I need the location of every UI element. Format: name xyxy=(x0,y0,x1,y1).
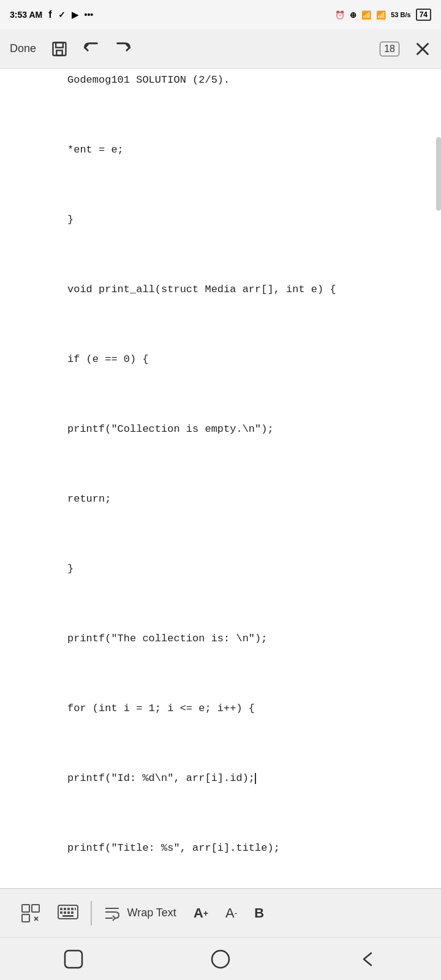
code-line-empty xyxy=(0,232,441,255)
code-line-empty xyxy=(0,185,441,208)
font-decrease-label: A xyxy=(225,905,235,921)
code-line-19: for (int i = 1; i <= e; i++) { xyxy=(0,697,441,720)
code-line-empty xyxy=(0,744,441,767)
signal-icon: 📶 xyxy=(376,10,386,20)
svg-rect-18 xyxy=(62,915,74,917)
code-line-empty xyxy=(0,464,441,488)
code-line-empty xyxy=(0,325,441,348)
bold-button[interactable]: B xyxy=(246,905,273,921)
code-line-empty xyxy=(0,674,441,697)
code-line-empty xyxy=(0,720,441,744)
code-line-23: printf("Title: %s", arr[i].title); xyxy=(0,837,441,860)
status-bar: 3:53 AM f ✓ ▶ ••• ⏰ ⊕ 📶 📶 53 B/s 74 xyxy=(0,0,441,29)
time: 3:53 AM xyxy=(10,10,42,20)
svg-rect-7 xyxy=(22,914,29,922)
bold-label: B xyxy=(254,905,264,921)
svg-rect-5 xyxy=(22,905,29,912)
svg-rect-15 xyxy=(64,911,66,914)
code-line-empty xyxy=(0,790,441,813)
code-line-empty xyxy=(0,860,441,883)
recents-button[interactable] xyxy=(349,941,386,978)
code-line-empty xyxy=(0,371,441,394)
checkmark-icon: ✓ xyxy=(58,10,66,20)
font-increase-button[interactable]: A+ xyxy=(185,905,217,921)
code-line-1: Godemog101 SOLUTION (2/5). xyxy=(0,69,441,92)
svg-rect-2 xyxy=(56,50,62,55)
status-left: 3:53 AM f ✓ ▶ ••• xyxy=(10,9,93,20)
code-line-5: } xyxy=(0,208,441,232)
done-button[interactable]: Done xyxy=(10,42,36,55)
editor-toolbar: Done 18 xyxy=(0,29,441,69)
undo-button[interactable] xyxy=(83,40,100,58)
svg-rect-16 xyxy=(67,911,70,914)
code-line-11: printf("Collection is empty.\n"); xyxy=(0,418,441,441)
battery-indicator: 74 xyxy=(416,9,431,21)
svg-rect-1 xyxy=(56,42,63,47)
wifi-icon: 📶 xyxy=(361,10,371,20)
alarm-icon: ⏰ xyxy=(335,10,345,20)
code-line-empty xyxy=(0,511,441,534)
svg-rect-22 xyxy=(65,951,82,968)
facebook-icon: f xyxy=(48,9,51,20)
code-line-3: *ent = e; xyxy=(0,138,441,162)
text-cursor xyxy=(255,773,256,784)
svg-rect-11 xyxy=(67,908,70,910)
code-line-empty xyxy=(0,92,441,115)
close-button[interactable] xyxy=(414,40,431,58)
svg-rect-14 xyxy=(60,911,62,914)
save-button[interactable] xyxy=(51,40,68,58)
home-button[interactable] xyxy=(55,941,92,978)
scroll-indicator xyxy=(436,137,441,211)
wrap-text-label: Wrap Text xyxy=(127,907,176,919)
svg-point-23 xyxy=(212,951,229,968)
code-line-15: } xyxy=(0,557,441,581)
code-line-empty xyxy=(0,115,441,138)
code-line-empty xyxy=(0,813,441,837)
code-line-empty xyxy=(0,441,441,464)
back-button[interactable] xyxy=(202,941,239,978)
plus-circle-icon: ⊕ xyxy=(350,10,356,20)
code-line-empty xyxy=(0,581,441,604)
code-line-21: printf("Id: %d\n", arr[i].id); xyxy=(0,767,441,790)
code-line-empty xyxy=(0,604,441,627)
keyboard-button[interactable] xyxy=(49,895,87,932)
svg-rect-9 xyxy=(60,908,62,910)
svg-rect-10 xyxy=(64,908,66,910)
code-line-empty xyxy=(0,650,441,674)
page-count: 18 xyxy=(380,42,399,56)
code-line-empty xyxy=(0,162,441,185)
snippet-button[interactable] xyxy=(12,895,49,932)
play-icon: ▶ xyxy=(72,10,78,20)
redo-button[interactable] xyxy=(115,40,132,58)
code-line-empty xyxy=(0,255,441,278)
bottom-toolbar: Wrap Text A+ A- B xyxy=(0,888,441,937)
code-line-empty xyxy=(0,301,441,325)
svg-rect-0 xyxy=(53,42,66,55)
code-line-empty xyxy=(0,394,441,418)
dots-icon: ••• xyxy=(85,10,94,20)
status-right: ⏰ ⊕ 📶 📶 53 B/s 74 xyxy=(335,9,431,21)
code-line-empty xyxy=(0,534,441,557)
svg-rect-6 xyxy=(32,905,39,912)
wrap-text-button[interactable]: Wrap Text xyxy=(96,905,185,921)
code-line-7: void print_all(struct Media arr[], int e… xyxy=(0,278,441,301)
code-line-17: printf("The collection is: \n"); xyxy=(0,627,441,650)
nav-bar xyxy=(0,937,441,980)
code-editor[interactable]: Godemog101 SOLUTION (2/5). *ent = e; } v… xyxy=(0,69,441,942)
svg-rect-12 xyxy=(71,908,74,910)
font-decrease-button[interactable]: A- xyxy=(217,905,246,921)
svg-rect-13 xyxy=(75,908,76,910)
font-increase-label: A xyxy=(194,905,203,921)
svg-rect-17 xyxy=(71,911,74,914)
code-line-9: if (e == 0) { xyxy=(0,348,441,371)
code-line-13: return; xyxy=(0,488,441,511)
data-speed: 53 B/s xyxy=(391,11,410,18)
toolbar-divider xyxy=(91,901,92,925)
